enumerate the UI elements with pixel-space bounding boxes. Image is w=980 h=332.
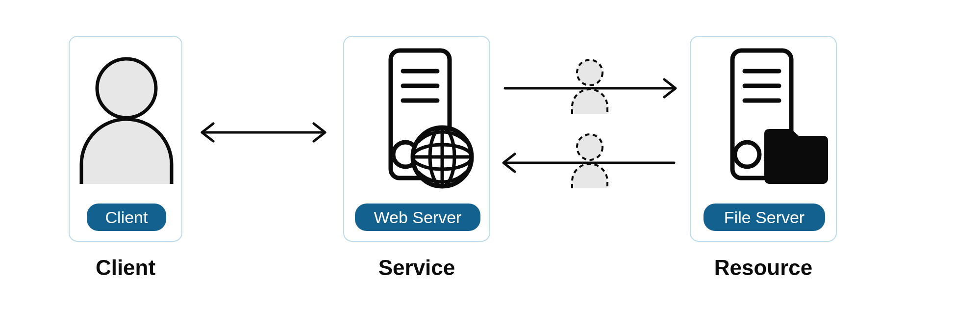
delegated-user-icon-top <box>572 60 607 114</box>
arrows-layer <box>0 0 980 332</box>
svg-point-20 <box>577 60 603 85</box>
arrow-client-service <box>202 124 325 141</box>
svg-point-21 <box>577 134 603 160</box>
diagram-canvas: Client Client Web Server <box>0 0 980 332</box>
delegated-user-icon-bottom <box>572 134 607 188</box>
